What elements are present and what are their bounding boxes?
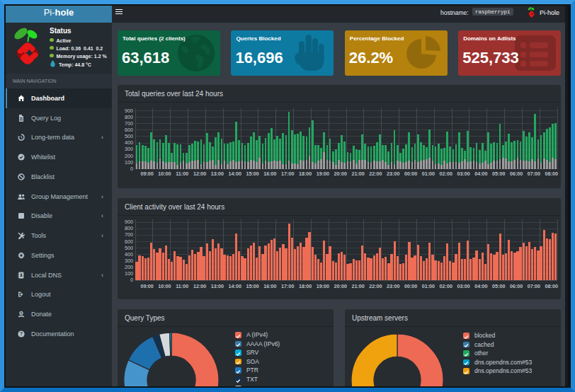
svg-text:11:00: 11:00: [176, 283, 188, 289]
svg-text:08:00: 08:00: [545, 283, 558, 289]
svg-text:400: 400: [125, 139, 133, 146]
svg-text:09:00: 09:00: [140, 171, 153, 177]
svg-text:400: 400: [125, 251, 133, 258]
svg-text:21:00: 21:00: [351, 171, 364, 177]
svg-text:09:00: 09:00: [140, 283, 153, 289]
svg-text:05:00: 05:00: [492, 171, 505, 177]
svg-text:01:00: 01:00: [422, 171, 435, 177]
svg-text:200: 200: [125, 153, 133, 159]
svg-text:04:00: 04:00: [474, 283, 487, 289]
svg-text:17:00: 17:00: [281, 283, 294, 289]
svg-text:22:00: 22:00: [369, 171, 382, 177]
svg-text:900: 900: [125, 219, 133, 225]
svg-text:05:00: 05:00: [492, 283, 505, 289]
svg-text:15:00: 15:00: [246, 171, 258, 177]
svg-text:16:00: 16:00: [263, 171, 276, 177]
svg-text:14:00: 14:00: [229, 171, 241, 177]
svg-text:13:00: 13:00: [211, 171, 224, 177]
svg-text:900: 900: [125, 108, 133, 114]
svg-text:700: 700: [125, 231, 133, 238]
svg-text:100: 100: [125, 159, 133, 166]
svg-text:0: 0: [130, 277, 133, 283]
svg-text:07:00: 07:00: [528, 283, 540, 289]
svg-text:800: 800: [125, 225, 133, 231]
svg-text:21:00: 21:00: [351, 283, 364, 289]
svg-text:10:00: 10:00: [158, 171, 171, 177]
svg-text:02:00: 02:00: [440, 283, 452, 289]
svg-text:23:00: 23:00: [387, 283, 399, 289]
svg-text:300: 300: [125, 146, 133, 152]
svg-text:?: ?: [19, 331, 22, 336]
svg-text:06:00: 06:00: [510, 283, 523, 289]
svg-text:13:00: 13:00: [211, 283, 224, 289]
svg-text:03:00: 03:00: [457, 283, 469, 289]
svg-text:300: 300: [125, 258, 133, 264]
svg-text:23:00: 23:00: [387, 171, 399, 177]
svg-text:20:00: 20:00: [334, 171, 347, 177]
svg-text:03:00: 03:00: [457, 171, 469, 177]
svg-text:01:00: 01:00: [422, 283, 435, 289]
svg-text:14:00: 14:00: [229, 283, 241, 289]
svg-text:18:00: 18:00: [299, 171, 312, 177]
svg-text:07:00: 07:00: [528, 171, 540, 177]
svg-text:10:00: 10:00: [158, 283, 171, 289]
svg-text:00:00: 00:00: [404, 283, 417, 289]
svg-text:19:00: 19:00: [317, 171, 329, 177]
svg-text:800: 800: [125, 114, 133, 120]
svg-text:02:00: 02:00: [440, 171, 452, 177]
svg-text:04:00: 04:00: [474, 171, 487, 177]
svg-text:22:00: 22:00: [369, 283, 382, 289]
svg-text:15:00: 15:00: [246, 283, 258, 289]
svg-text:600: 600: [125, 238, 133, 245]
svg-text:500: 500: [125, 133, 133, 139]
svg-text:200: 200: [125, 264, 133, 270]
svg-text:16:00: 16:00: [263, 283, 276, 289]
svg-text:18:00: 18:00: [299, 283, 312, 289]
svg-text:17:00: 17:00: [281, 171, 294, 177]
svg-text:20:00: 20:00: [334, 283, 347, 289]
svg-text:19:00: 19:00: [317, 283, 329, 289]
svg-text:11:00: 11:00: [176, 171, 188, 177]
svg-text:08:00: 08:00: [545, 171, 558, 177]
svg-text:12:00: 12:00: [193, 283, 206, 289]
svg-text:06:00: 06:00: [510, 171, 523, 177]
svg-text:12:00: 12:00: [193, 171, 206, 177]
svg-text:100: 100: [125, 270, 133, 277]
svg-text:600: 600: [125, 127, 133, 133]
svg-text:500: 500: [125, 245, 133, 251]
svg-text:00:00: 00:00: [404, 171, 417, 177]
svg-text:700: 700: [125, 120, 133, 127]
svg-text:0: 0: [130, 166, 133, 172]
